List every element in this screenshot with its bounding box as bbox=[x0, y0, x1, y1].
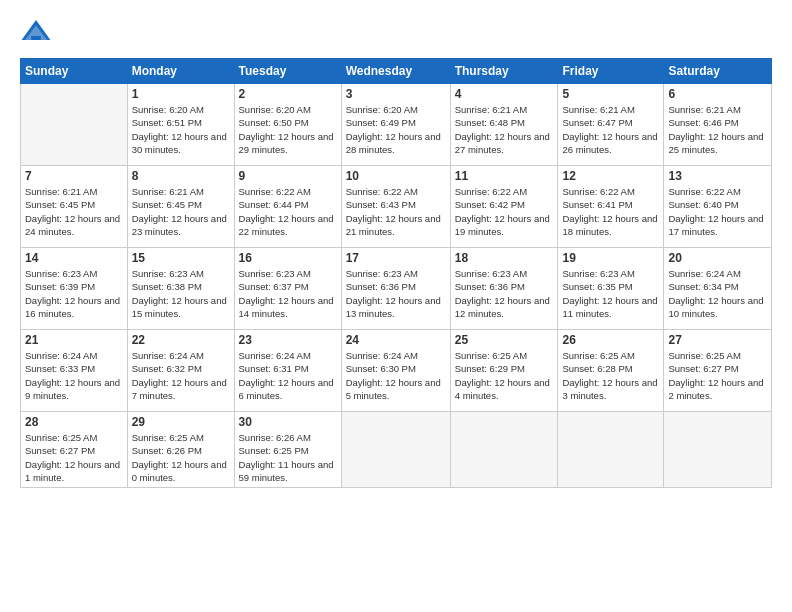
day-number: 26 bbox=[562, 333, 659, 347]
day-info: Sunrise: 6:23 AMSunset: 6:36 PMDaylight:… bbox=[346, 267, 446, 320]
day-info: Sunrise: 6:21 AMSunset: 6:45 PMDaylight:… bbox=[25, 185, 123, 238]
week-row-3: 14Sunrise: 6:23 AMSunset: 6:39 PMDayligh… bbox=[21, 248, 772, 330]
day-cell: 20Sunrise: 6:24 AMSunset: 6:34 PMDayligh… bbox=[664, 248, 772, 330]
day-cell: 21Sunrise: 6:24 AMSunset: 6:33 PMDayligh… bbox=[21, 330, 128, 412]
day-cell: 24Sunrise: 6:24 AMSunset: 6:30 PMDayligh… bbox=[341, 330, 450, 412]
week-row-1: 1Sunrise: 6:20 AMSunset: 6:51 PMDaylight… bbox=[21, 84, 772, 166]
day-info: Sunrise: 6:21 AMSunset: 6:46 PMDaylight:… bbox=[668, 103, 767, 156]
day-cell bbox=[341, 412, 450, 488]
day-cell bbox=[450, 412, 558, 488]
day-cell: 28Sunrise: 6:25 AMSunset: 6:27 PMDayligh… bbox=[21, 412, 128, 488]
day-number: 11 bbox=[455, 169, 554, 183]
day-info: Sunrise: 6:22 AMSunset: 6:42 PMDaylight:… bbox=[455, 185, 554, 238]
day-info: Sunrise: 6:22 AMSunset: 6:41 PMDaylight:… bbox=[562, 185, 659, 238]
day-info: Sunrise: 6:25 AMSunset: 6:26 PMDaylight:… bbox=[132, 431, 230, 484]
day-info: Sunrise: 6:21 AMSunset: 6:45 PMDaylight:… bbox=[132, 185, 230, 238]
day-number: 24 bbox=[346, 333, 446, 347]
day-number: 3 bbox=[346, 87, 446, 101]
day-number: 10 bbox=[346, 169, 446, 183]
day-cell: 3Sunrise: 6:20 AMSunset: 6:49 PMDaylight… bbox=[341, 84, 450, 166]
day-number: 21 bbox=[25, 333, 123, 347]
day-info: Sunrise: 6:22 AMSunset: 6:40 PMDaylight:… bbox=[668, 185, 767, 238]
day-number: 2 bbox=[239, 87, 337, 101]
day-cell bbox=[664, 412, 772, 488]
day-number: 19 bbox=[562, 251, 659, 265]
day-info: Sunrise: 6:20 AMSunset: 6:51 PMDaylight:… bbox=[132, 103, 230, 156]
col-header-wednesday: Wednesday bbox=[341, 59, 450, 84]
week-row-2: 7Sunrise: 6:21 AMSunset: 6:45 PMDaylight… bbox=[21, 166, 772, 248]
day-info: Sunrise: 6:25 AMSunset: 6:29 PMDaylight:… bbox=[455, 349, 554, 402]
day-number: 12 bbox=[562, 169, 659, 183]
day-info: Sunrise: 6:24 AMSunset: 6:31 PMDaylight:… bbox=[239, 349, 337, 402]
day-info: Sunrise: 6:21 AMSunset: 6:48 PMDaylight:… bbox=[455, 103, 554, 156]
day-info: Sunrise: 6:23 AMSunset: 6:36 PMDaylight:… bbox=[455, 267, 554, 320]
col-header-tuesday: Tuesday bbox=[234, 59, 341, 84]
day-number: 30 bbox=[239, 415, 337, 429]
day-info: Sunrise: 6:22 AMSunset: 6:43 PMDaylight:… bbox=[346, 185, 446, 238]
day-info: Sunrise: 6:24 AMSunset: 6:32 PMDaylight:… bbox=[132, 349, 230, 402]
day-cell: 12Sunrise: 6:22 AMSunset: 6:41 PMDayligh… bbox=[558, 166, 664, 248]
day-info: Sunrise: 6:25 AMSunset: 6:28 PMDaylight:… bbox=[562, 349, 659, 402]
day-cell: 1Sunrise: 6:20 AMSunset: 6:51 PMDaylight… bbox=[127, 84, 234, 166]
col-header-sunday: Sunday bbox=[21, 59, 128, 84]
header bbox=[20, 16, 772, 48]
week-row-5: 28Sunrise: 6:25 AMSunset: 6:27 PMDayligh… bbox=[21, 412, 772, 488]
day-cell: 16Sunrise: 6:23 AMSunset: 6:37 PMDayligh… bbox=[234, 248, 341, 330]
day-number: 14 bbox=[25, 251, 123, 265]
day-cell: 6Sunrise: 6:21 AMSunset: 6:46 PMDaylight… bbox=[664, 84, 772, 166]
day-cell: 23Sunrise: 6:24 AMSunset: 6:31 PMDayligh… bbox=[234, 330, 341, 412]
day-cell: 17Sunrise: 6:23 AMSunset: 6:36 PMDayligh… bbox=[341, 248, 450, 330]
day-cell: 26Sunrise: 6:25 AMSunset: 6:28 PMDayligh… bbox=[558, 330, 664, 412]
day-info: Sunrise: 6:23 AMSunset: 6:39 PMDaylight:… bbox=[25, 267, 123, 320]
col-header-friday: Friday bbox=[558, 59, 664, 84]
day-number: 23 bbox=[239, 333, 337, 347]
day-cell: 14Sunrise: 6:23 AMSunset: 6:39 PMDayligh… bbox=[21, 248, 128, 330]
day-info: Sunrise: 6:23 AMSunset: 6:38 PMDaylight:… bbox=[132, 267, 230, 320]
day-number: 17 bbox=[346, 251, 446, 265]
day-cell: 9Sunrise: 6:22 AMSunset: 6:44 PMDaylight… bbox=[234, 166, 341, 248]
page: SundayMondayTuesdayWednesdayThursdayFrid… bbox=[0, 0, 792, 612]
day-number: 1 bbox=[132, 87, 230, 101]
col-header-monday: Monday bbox=[127, 59, 234, 84]
day-info: Sunrise: 6:24 AMSunset: 6:30 PMDaylight:… bbox=[346, 349, 446, 402]
day-number: 13 bbox=[668, 169, 767, 183]
day-info: Sunrise: 6:23 AMSunset: 6:35 PMDaylight:… bbox=[562, 267, 659, 320]
day-info: Sunrise: 6:20 AMSunset: 6:50 PMDaylight:… bbox=[239, 103, 337, 156]
day-info: Sunrise: 6:23 AMSunset: 6:37 PMDaylight:… bbox=[239, 267, 337, 320]
day-cell: 22Sunrise: 6:24 AMSunset: 6:32 PMDayligh… bbox=[127, 330, 234, 412]
calendar-header-row: SundayMondayTuesdayWednesdayThursdayFrid… bbox=[21, 59, 772, 84]
logo bbox=[20, 16, 56, 48]
col-header-saturday: Saturday bbox=[664, 59, 772, 84]
calendar: SundayMondayTuesdayWednesdayThursdayFrid… bbox=[20, 58, 772, 488]
day-number: 20 bbox=[668, 251, 767, 265]
day-cell: 27Sunrise: 6:25 AMSunset: 6:27 PMDayligh… bbox=[664, 330, 772, 412]
day-number: 5 bbox=[562, 87, 659, 101]
day-number: 27 bbox=[668, 333, 767, 347]
day-number: 16 bbox=[239, 251, 337, 265]
day-cell: 2Sunrise: 6:20 AMSunset: 6:50 PMDaylight… bbox=[234, 84, 341, 166]
day-info: Sunrise: 6:25 AMSunset: 6:27 PMDaylight:… bbox=[668, 349, 767, 402]
day-cell: 13Sunrise: 6:22 AMSunset: 6:40 PMDayligh… bbox=[664, 166, 772, 248]
day-number: 4 bbox=[455, 87, 554, 101]
day-cell: 19Sunrise: 6:23 AMSunset: 6:35 PMDayligh… bbox=[558, 248, 664, 330]
day-cell: 15Sunrise: 6:23 AMSunset: 6:38 PMDayligh… bbox=[127, 248, 234, 330]
day-number: 29 bbox=[132, 415, 230, 429]
day-cell: 4Sunrise: 6:21 AMSunset: 6:48 PMDaylight… bbox=[450, 84, 558, 166]
day-cell bbox=[558, 412, 664, 488]
day-cell: 7Sunrise: 6:21 AMSunset: 6:45 PMDaylight… bbox=[21, 166, 128, 248]
day-number: 15 bbox=[132, 251, 230, 265]
day-number: 18 bbox=[455, 251, 554, 265]
day-number: 6 bbox=[668, 87, 767, 101]
week-row-4: 21Sunrise: 6:24 AMSunset: 6:33 PMDayligh… bbox=[21, 330, 772, 412]
day-info: Sunrise: 6:21 AMSunset: 6:47 PMDaylight:… bbox=[562, 103, 659, 156]
day-cell: 25Sunrise: 6:25 AMSunset: 6:29 PMDayligh… bbox=[450, 330, 558, 412]
day-cell: 29Sunrise: 6:25 AMSunset: 6:26 PMDayligh… bbox=[127, 412, 234, 488]
day-number: 9 bbox=[239, 169, 337, 183]
day-info: Sunrise: 6:20 AMSunset: 6:49 PMDaylight:… bbox=[346, 103, 446, 156]
svg-rect-2 bbox=[31, 36, 41, 40]
col-header-thursday: Thursday bbox=[450, 59, 558, 84]
day-info: Sunrise: 6:26 AMSunset: 6:25 PMDaylight:… bbox=[239, 431, 337, 484]
logo-icon bbox=[20, 16, 52, 48]
day-info: Sunrise: 6:22 AMSunset: 6:44 PMDaylight:… bbox=[239, 185, 337, 238]
day-info: Sunrise: 6:24 AMSunset: 6:33 PMDaylight:… bbox=[25, 349, 123, 402]
